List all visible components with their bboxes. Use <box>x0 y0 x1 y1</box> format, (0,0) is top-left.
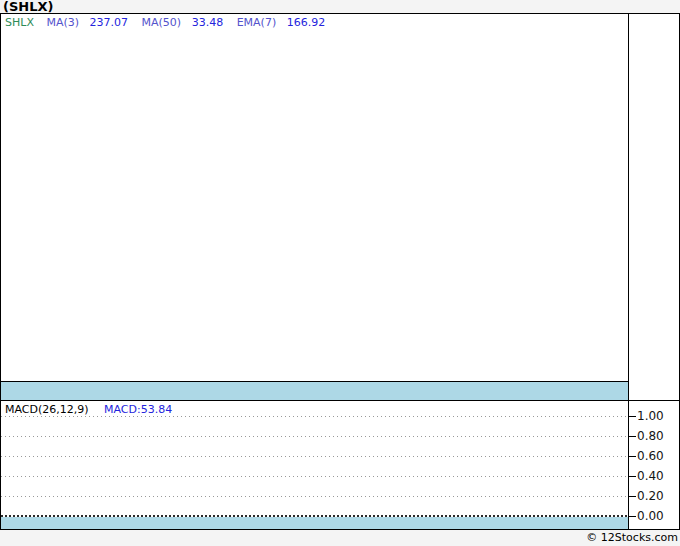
axis-tick-label: 1.00 <box>637 409 679 423</box>
macd-value: MACD:53.84 <box>104 403 172 416</box>
price-panel-bottom-band <box>1 382 628 400</box>
macd-gridline <box>1 476 628 477</box>
macd-panel-bottom-band <box>1 517 628 529</box>
chart-container: SHLX MA(3) 237.07 MA(50) 33.48 EMA(7) 16… <box>0 13 680 530</box>
axis-tick-label: 0.40 <box>637 469 679 483</box>
plot-axis-divider <box>628 14 629 529</box>
macd-gridline <box>1 456 628 457</box>
ema7-label: EMA(7) <box>237 16 277 29</box>
stock-chart-page: (SHLX) SHLX MA(3) 237.07 MA(50) 33.48 EM… <box>0 0 680 546</box>
axis-tick <box>628 456 636 457</box>
axis-tick <box>628 436 636 437</box>
axis-tick-label: 0.20 <box>637 489 679 503</box>
ema7-value: 166.92 <box>287 16 326 29</box>
macd-params-label: MACD(26,12,9) <box>5 403 89 416</box>
page-title: (SHLX) <box>3 0 53 14</box>
axis-tick-label: 0.80 <box>637 429 679 443</box>
panel-separator-line <box>1 400 679 401</box>
price-panel-legend: SHLX MA(3) 237.07 MA(50) 33.48 EMA(7) 16… <box>5 16 335 29</box>
ma3-value: 237.07 <box>90 16 129 29</box>
ticker-symbol: SHLX <box>5 16 34 29</box>
macd-gridline <box>1 496 628 497</box>
axis-tick <box>628 496 636 497</box>
ma50-value: 33.48 <box>192 16 224 29</box>
axis-tick <box>628 476 636 477</box>
macd-panel-legend: MACD(26,12,9) MACD:53.84 <box>5 403 172 416</box>
axis-tick-label: 0.60 <box>637 449 679 463</box>
ma50-label: MA(50) <box>142 16 182 29</box>
axis-tick-label: 0.00 <box>637 509 679 523</box>
macd-gridline <box>1 436 628 437</box>
axis-tick <box>628 516 636 517</box>
copyright-link[interactable]: © 12Stocks.com <box>586 531 678 544</box>
axis-tick <box>628 416 636 417</box>
ma3-label: MA(3) <box>46 16 79 29</box>
macd-gridline <box>1 416 628 417</box>
